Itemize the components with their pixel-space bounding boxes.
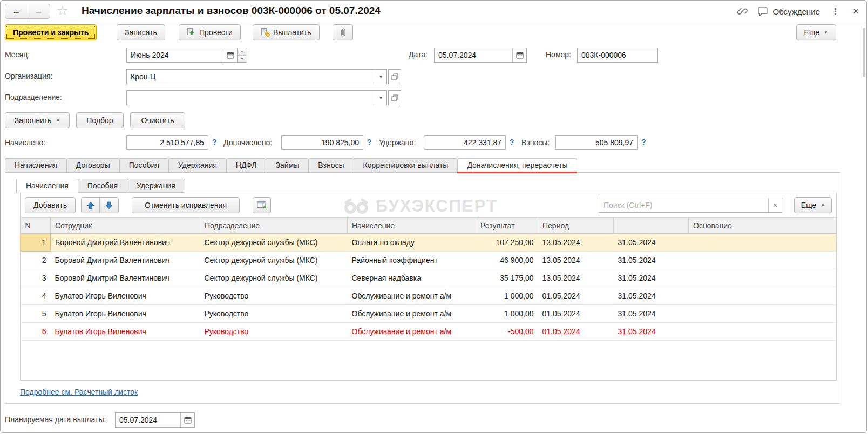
- cell-period-end[interactable]: 31.05.2024: [614, 323, 689, 341]
- copy-link-icon[interactable]: [736, 5, 748, 17]
- cell-department[interactable]: Руководство: [200, 287, 348, 305]
- tab-donachisleniya-pereraschety[interactable]: Доначисления, перерасчеты: [457, 158, 577, 173]
- grid-more-button[interactable]: Еще▼: [794, 197, 832, 213]
- organization-dropdown-icon[interactable]: ▼: [375, 70, 386, 84]
- cell-accrual[interactable]: Оплата по окладу: [348, 234, 476, 252]
- post-button[interactable]: Провести: [179, 24, 241, 40]
- cell-result[interactable]: 107 250,00: [476, 234, 538, 252]
- cell-department[interactable]: Сектор дежурной службы (МКС): [200, 234, 348, 252]
- cell-period-end[interactable]: 31.05.2024: [614, 287, 689, 305]
- contributions-value[interactable]: [555, 135, 638, 150]
- cell-accrual[interactable]: Обслуживание и ремонт а/м: [348, 323, 476, 341]
- cell-result[interactable]: 46 900,00: [476, 252, 538, 269]
- forward-button[interactable]: →: [28, 4, 50, 18]
- cell-result[interactable]: -500,00: [476, 323, 538, 341]
- clear-search-icon[interactable]: ×: [768, 198, 782, 212]
- col-header-period[interactable]: Период: [538, 218, 614, 234]
- table-row[interactable]: 3 Боровой Дмитрий Валентинович Сектор де…: [21, 269, 837, 287]
- spin-up-icon[interactable]: ▲: [238, 48, 247, 56]
- cell-period-end[interactable]: 31.05.2024: [614, 234, 689, 252]
- payslip-details-link[interactable]: Подробнее см. Расчетный листок: [20, 388, 138, 396]
- discussion-button[interactable]: Обсуждение: [757, 6, 819, 17]
- tab-posobiya[interactable]: Пособия: [119, 158, 168, 173]
- contributions-help-icon[interactable]: ?: [641, 138, 646, 146]
- grid-settings-button[interactable]: [253, 197, 271, 213]
- close-icon[interactable]: ×: [851, 5, 861, 17]
- tab-korrektirovki-vyplaty[interactable]: Корректировки выплаты: [354, 158, 458, 173]
- move-row-down-button[interactable]: [100, 198, 118, 213]
- spin-down-icon[interactable]: ▼: [238, 56, 247, 63]
- cell-accrual[interactable]: Обслуживание и ремонт а/м: [348, 305, 476, 323]
- cell-basis[interactable]: [689, 234, 837, 252]
- cell-basis[interactable]: [689, 287, 837, 305]
- cell-basis[interactable]: [689, 305, 837, 323]
- cell-employee[interactable]: Боровой Дмитрий Валентинович: [51, 269, 200, 287]
- cell-basis[interactable]: [689, 269, 837, 287]
- post-and-close-button[interactable]: Провести и закрыть: [5, 24, 97, 40]
- planned-date-calendar-icon[interactable]: [180, 413, 194, 427]
- organization-input[interactable]: [127, 70, 375, 84]
- undo-corrections-button[interactable]: Отменить исправления: [132, 197, 240, 213]
- date-calendar-icon[interactable]: [512, 48, 526, 62]
- cell-n[interactable]: 4: [21, 287, 51, 305]
- organization-open-button[interactable]: [388, 69, 401, 84]
- cell-result[interactable]: 1 000,00: [476, 305, 538, 323]
- tab-uderzhaniya[interactable]: Удержания: [168, 158, 226, 173]
- cell-department[interactable]: Руководство: [200, 323, 348, 341]
- date-input[interactable]: [435, 48, 512, 62]
- search-input[interactable]: [599, 198, 768, 212]
- cell-result[interactable]: 1 000,00: [476, 287, 538, 305]
- department-dropdown-icon[interactable]: ▼: [375, 91, 386, 105]
- table-row[interactable]: 5 Булатов Игорь Виленович Руководство Об…: [21, 305, 837, 323]
- col-header-department[interactable]: Подразделение: [200, 218, 348, 234]
- extra-accrued-help-icon[interactable]: ?: [367, 138, 372, 146]
- cell-n[interactable]: 6: [21, 323, 51, 341]
- cell-period-start[interactable]: 01.05.2024: [538, 323, 614, 341]
- department-open-button[interactable]: [388, 90, 401, 105]
- month-calendar-icon[interactable]: [223, 48, 237, 62]
- cell-employee[interactable]: Боровой Дмитрий Валентинович: [51, 234, 200, 252]
- cell-n[interactable]: 5: [21, 305, 51, 323]
- cell-accrual[interactable]: Районный коэффициент: [348, 252, 476, 269]
- table-row[interactable]: 2 Боровой Дмитрий Валентинович Сектор де…: [21, 252, 837, 269]
- pay-button[interactable]: Выплатить: [253, 24, 320, 40]
- cell-n[interactable]: 1: [21, 234, 51, 252]
- cell-basis[interactable]: [689, 252, 837, 269]
- cell-accrual[interactable]: Обслуживание и ремонт а/м: [348, 287, 476, 305]
- inner-tab-uderzhaniya[interactable]: Удержания: [127, 179, 185, 193]
- cell-department[interactable]: Руководство: [200, 305, 348, 323]
- cell-period-end[interactable]: 31.05.2024: [614, 305, 689, 323]
- extra-accrued-value[interactable]: [281, 135, 363, 150]
- move-row-up-button[interactable]: [82, 198, 100, 213]
- cell-accrual[interactable]: Северная надбавка: [348, 269, 476, 287]
- withheld-value[interactable]: [424, 135, 506, 150]
- table-row[interactable]: 1 Боровой Дмитрий Валентинович Сектор де…: [21, 234, 837, 252]
- cell-period-end[interactable]: 31.05.2024: [614, 252, 689, 269]
- add-row-button[interactable]: Добавить: [25, 197, 76, 213]
- department-input[interactable]: [127, 91, 375, 105]
- tab-dogovory[interactable]: Договоры: [66, 158, 119, 173]
- cell-result[interactable]: 35 175,00: [476, 269, 538, 287]
- cell-period-start[interactable]: 13.05.2024: [538, 234, 614, 252]
- tab-vznosy[interactable]: Взносы: [308, 158, 353, 173]
- cell-period-start[interactable]: 01.05.2024: [538, 287, 614, 305]
- col-header-period-end[interactable]: [614, 218, 689, 234]
- cell-department[interactable]: Сектор дежурной службы (МКС): [200, 252, 348, 269]
- fill-button[interactable]: Заполнить▼: [5, 112, 70, 128]
- cell-employee[interactable]: Булатов Игорь Виленович: [51, 323, 200, 341]
- cell-basis[interactable]: [689, 323, 837, 341]
- table-row[interactable]: 4 Булатов Игорь Виленович Руководство Об…: [21, 287, 837, 305]
- favorite-star-icon[interactable]: ☆: [57, 3, 69, 18]
- clear-button[interactable]: Очистить: [130, 112, 185, 128]
- cell-n[interactable]: 2: [21, 252, 51, 269]
- cell-period-end[interactable]: 31.05.2024: [614, 269, 689, 287]
- accrued-help-icon[interactable]: ?: [212, 138, 217, 146]
- col-header-accrual[interactable]: Начисление: [348, 218, 476, 234]
- number-input[interactable]: [577, 48, 658, 63]
- col-header-basis[interactable]: Основание: [689, 218, 837, 234]
- tab-nachisleniya[interactable]: Начисления: [5, 158, 66, 173]
- inner-tab-posobiya[interactable]: Пособия: [78, 179, 127, 193]
- attachments-button[interactable]: [333, 24, 353, 40]
- tab-ndfl[interactable]: НДФЛ: [226, 158, 266, 173]
- back-button[interactable]: ←: [5, 4, 28, 18]
